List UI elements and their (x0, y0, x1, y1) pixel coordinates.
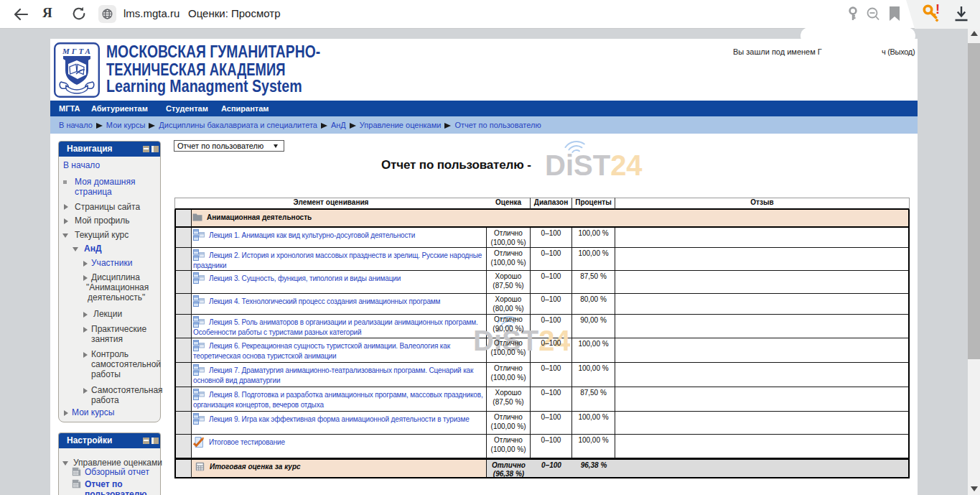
svg-text:МГТА: МГТА (62, 47, 93, 55)
